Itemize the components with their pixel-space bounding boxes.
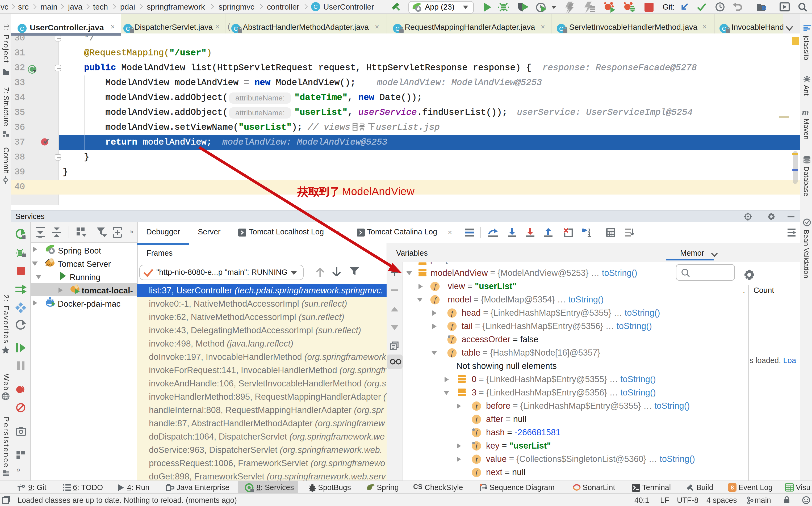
svg-text:8: 8 xyxy=(731,484,734,491)
svg-text:C: C xyxy=(559,25,563,32)
svg-text:C: C xyxy=(395,25,399,32)
svg-text:C: C xyxy=(20,25,24,32)
svg-text:C: C xyxy=(234,25,238,32)
svg-text:C: C xyxy=(126,25,130,32)
svg-text:C: C xyxy=(722,25,726,32)
